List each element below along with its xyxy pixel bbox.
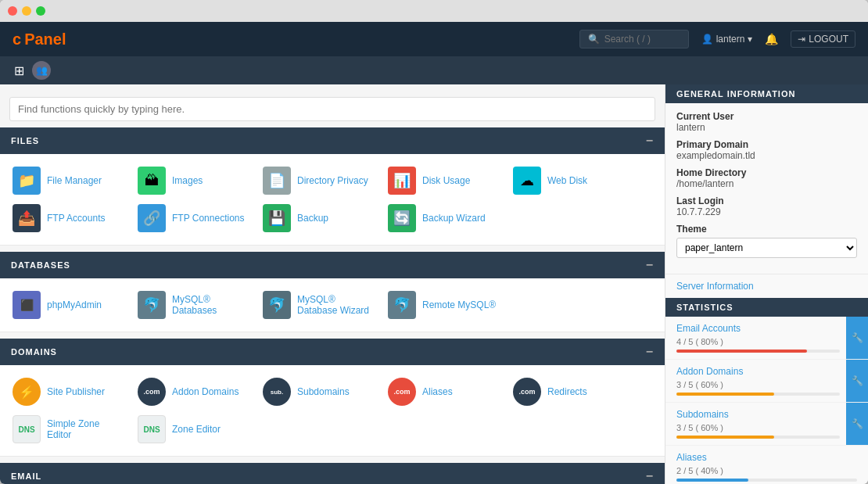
list-item[interactable]: sub. Subdomains bbox=[256, 373, 382, 411]
domains-section-header[interactable]: DOMAINS − bbox=[0, 339, 665, 365]
site-publisher-link[interactable]: Site Publisher bbox=[47, 386, 105, 397]
nav-right: 🔍 👤 lantern ▾ 🔔 ⇥ LOGOUT bbox=[579, 30, 855, 48]
list-item[interactable]: DNS Zone Editor bbox=[131, 411, 256, 448]
stat-wrench-button[interactable]: 🔧 bbox=[846, 403, 868, 445]
theme-select[interactable]: paper_lantern bbox=[676, 238, 857, 258]
list-item[interactable]: ⚡ Site Publisher bbox=[6, 373, 131, 411]
subdomains-icon: sub. bbox=[263, 378, 291, 406]
simple-zone-editor-icon: DNS bbox=[13, 415, 41, 443]
stats-container: Email Accounts 4 / 5 ( 80% ) 🔧 Addon Dom… bbox=[665, 317, 868, 484]
ftp-accounts-icon: 📤 bbox=[13, 204, 41, 232]
web-disk-link[interactable]: Web Disk bbox=[547, 175, 587, 186]
email-section-header[interactable]: EMAIL − bbox=[0, 463, 665, 484]
addon-domains-link[interactable]: Addon Domains bbox=[172, 386, 239, 397]
current-user-label: Current User bbox=[676, 111, 857, 122]
remote-mysql-icon: 🐬 bbox=[388, 291, 416, 319]
list-item[interactable]: DNS Simple Zone Editor bbox=[6, 411, 131, 448]
databases-section-header[interactable]: DATABASES − bbox=[0, 252, 665, 278]
list-item[interactable]: 🐬 MySQL® Databases bbox=[131, 286, 256, 324]
web-disk-icon: ☁ bbox=[513, 167, 541, 195]
stat-bar-background bbox=[676, 393, 840, 396]
logout-button[interactable]: ⇥ LOGOUT bbox=[791, 30, 855, 48]
primary-domain-label: Primary Domain bbox=[676, 139, 857, 150]
minimize-button[interactable] bbox=[22, 6, 31, 16]
user-menu[interactable]: 👤 lantern ▾ bbox=[701, 34, 753, 45]
list-item[interactable]: 📁 File Manager bbox=[6, 162, 131, 199]
list-item[interactable]: .com Addon Domains bbox=[131, 373, 256, 411]
directory-privacy-link[interactable]: Directory Privacy bbox=[297, 175, 368, 186]
avatar[interactable]: 👥 bbox=[32, 61, 51, 80]
email-section-label: EMAIL bbox=[11, 471, 41, 481]
stat-bar-background bbox=[676, 479, 857, 482]
current-user-value: lantern bbox=[676, 122, 857, 133]
stat-item: Subdomains 3 / 5 ( 60% ) 🔧 bbox=[665, 403, 868, 446]
stat-label[interactable]: Email Accounts bbox=[676, 323, 840, 334]
function-search-bar bbox=[0, 91, 665, 127]
domains-section-label: DOMAINS bbox=[11, 347, 57, 357]
notifications-bell[interactable]: 🔔 bbox=[765, 33, 778, 45]
app-window: cPanel 🔍 👤 lantern ▾ 🔔 ⇥ LOGOUT bbox=[0, 0, 868, 484]
files-collapse-icon: − bbox=[646, 134, 654, 148]
function-search-input[interactable] bbox=[9, 97, 655, 121]
mysql-wizard-link[interactable]: MySQL® Database Wizard bbox=[297, 294, 375, 316]
remote-mysql-link[interactable]: Remote MySQL® bbox=[422, 299, 496, 310]
app: cPanel 🔍 👤 lantern ▾ 🔔 ⇥ LOGOUT bbox=[0, 22, 868, 484]
file-manager-link[interactable]: File Manager bbox=[47, 175, 102, 186]
phpmyadmin-link[interactable]: phpMyAdmin bbox=[47, 299, 102, 310]
close-button[interactable] bbox=[8, 6, 17, 16]
list-item[interactable]: .com Redirects bbox=[507, 373, 632, 411]
files-section-header[interactable]: FILES − bbox=[0, 127, 665, 154]
databases-section: DATABASES − ⬛ phpMyAdmin 🐬 MySQL® Databa… bbox=[0, 252, 665, 332]
stat-item: Email Accounts 4 / 5 ( 80% ) 🔧 bbox=[665, 317, 868, 360]
list-item[interactable]: 🐬 MySQL® Database Wizard bbox=[256, 286, 382, 324]
list-item[interactable]: 🏔 Images bbox=[131, 162, 256, 199]
primary-domain-row: Primary Domain exampledomain.tld bbox=[676, 139, 857, 161]
ftp-connections-link[interactable]: FTP Connections bbox=[172, 213, 245, 224]
zone-editor-link[interactable]: Zone Editor bbox=[172, 424, 221, 435]
list-item[interactable]: 💾 Backup bbox=[256, 199, 382, 237]
list-item[interactable]: 🔄 Backup Wizard bbox=[382, 199, 507, 237]
stat-label[interactable]: Subdomains bbox=[676, 409, 840, 420]
list-item[interactable]: 📤 FTP Accounts bbox=[6, 199, 131, 237]
stat-bar-fill bbox=[676, 350, 807, 353]
subdomains-link[interactable]: Subdomains bbox=[297, 386, 350, 397]
list-item[interactable]: 📄 Directory Privacy bbox=[256, 162, 382, 199]
images-link[interactable]: Images bbox=[172, 175, 203, 186]
list-item[interactable]: ⬛ phpMyAdmin bbox=[6, 286, 131, 324]
list-item[interactable]: 🐬 Remote MySQL® bbox=[382, 286, 507, 324]
main-content: FILES − 📁 File Manager 🏔 Images bbox=[0, 84, 868, 484]
stat-label[interactable]: Addon Domains bbox=[676, 366, 840, 377]
mysql-wizard-icon: 🐬 bbox=[263, 291, 291, 319]
list-item[interactable]: 📊 Disk Usage bbox=[382, 162, 507, 199]
last-login-row: Last Login 10.7.7.229 bbox=[676, 195, 857, 217]
backup-wizard-icon: 🔄 bbox=[388, 204, 416, 232]
redirects-link[interactable]: Redirects bbox=[547, 386, 587, 397]
server-info-link[interactable]: Server Information bbox=[665, 274, 868, 298]
simple-zone-editor-link[interactable]: Simple Zone Editor bbox=[47, 418, 125, 440]
ftp-accounts-link[interactable]: FTP Accounts bbox=[47, 213, 105, 224]
left-panel: FILES − 📁 File Manager 🏔 Images bbox=[0, 84, 665, 484]
list-item[interactable]: ☁ Web Disk bbox=[507, 162, 632, 199]
home-directory-value: /home/lantern bbox=[676, 178, 857, 189]
backup-wizard-link[interactable]: Backup Wizard bbox=[422, 213, 486, 224]
stat-label[interactable]: Aliases bbox=[676, 452, 857, 463]
maximize-button[interactable] bbox=[36, 6, 45, 16]
grid-icon[interactable]: ⊞ bbox=[9, 59, 29, 83]
list-item[interactable]: 🔗 FTP Connections bbox=[131, 199, 256, 237]
backup-link[interactable]: Backup bbox=[297, 213, 328, 224]
top-navbar: cPanel 🔍 👤 lantern ▾ 🔔 ⇥ LOGOUT bbox=[0, 22, 868, 56]
home-directory-label: Home Directory bbox=[676, 167, 857, 178]
zone-editor-icon: DNS bbox=[138, 415, 166, 443]
top-search-box[interactable]: 🔍 bbox=[579, 30, 689, 48]
images-icon: 🏔 bbox=[138, 167, 166, 195]
stat-wrench-button[interactable]: 🔧 bbox=[846, 317, 868, 359]
mysql-databases-link[interactable]: MySQL® Databases bbox=[172, 294, 250, 316]
stat-wrench-button[interactable]: 🔧 bbox=[846, 360, 868, 402]
aliases-link[interactable]: Aliases bbox=[422, 386, 453, 397]
top-search-input[interactable] bbox=[604, 34, 683, 45]
theme-row: Theme paper_lantern bbox=[676, 224, 857, 258]
sub-navbar: ⊞ 👥 bbox=[0, 56, 868, 84]
list-item[interactable]: .com Aliases bbox=[382, 373, 507, 411]
stat-item: Addon Domains 3 / 5 ( 60% ) 🔧 bbox=[665, 360, 868, 403]
disk-usage-link[interactable]: Disk Usage bbox=[422, 175, 470, 186]
